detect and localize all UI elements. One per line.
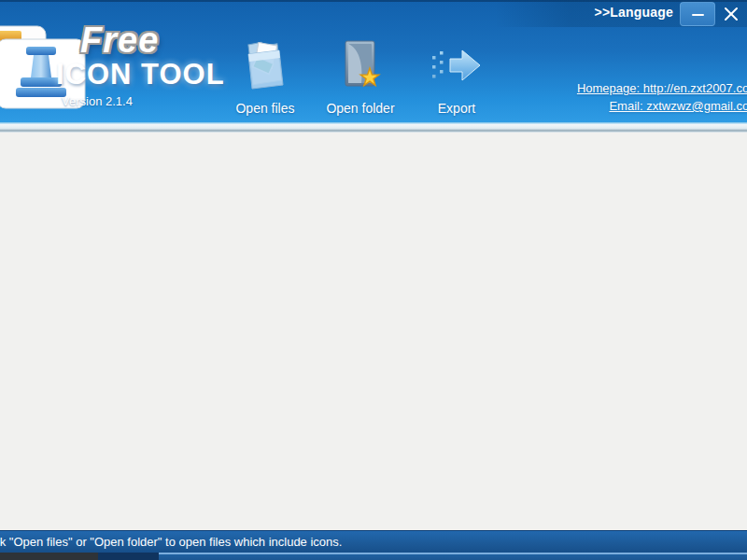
bottom-edge-right-segment xyxy=(159,553,747,560)
email-link[interactable]: Email: zxtwzwz@gmail.com xyxy=(577,97,747,115)
close-button[interactable] xyxy=(721,4,741,24)
export-label: Export xyxy=(438,101,475,118)
open-folder-button[interactable]: Open folder xyxy=(319,30,402,118)
close-icon xyxy=(721,4,741,24)
homepage-link[interactable]: Homepage: http://en.zxt2007.com xyxy=(577,79,747,97)
status-bar: Click "Open files" or "Open folder" to o… xyxy=(0,530,747,553)
brand-name-icon-tool: ICON TOOL xyxy=(56,58,225,91)
open-folder-icon xyxy=(338,30,383,101)
language-button[interactable]: >>Language xyxy=(595,5,673,20)
header: >>Language xyxy=(0,0,747,122)
bottom-edge-left-segment xyxy=(0,553,98,560)
icon-list-area xyxy=(0,133,747,530)
app-window: >>Language xyxy=(0,0,747,560)
brand-name-free: Free xyxy=(80,21,159,61)
header-divider-strip xyxy=(0,122,747,133)
open-files-icon xyxy=(241,30,289,101)
window-bottom-edge xyxy=(0,553,747,560)
open-files-button[interactable]: Open files xyxy=(224,30,306,118)
export-button[interactable]: Export xyxy=(416,30,498,118)
export-arrow-icon xyxy=(428,30,486,101)
minimize-icon xyxy=(692,14,704,16)
contact-links: Homepage: http://en.zxt2007.com Email: z… xyxy=(577,79,747,115)
minimize-button[interactable] xyxy=(680,2,715,26)
status-message: Click "Open files" or "Open folder" to o… xyxy=(0,531,342,553)
open-folder-label: Open folder xyxy=(326,101,394,118)
version-label: Version 2.1.4 xyxy=(62,94,133,108)
open-files-label: Open files xyxy=(235,101,294,118)
